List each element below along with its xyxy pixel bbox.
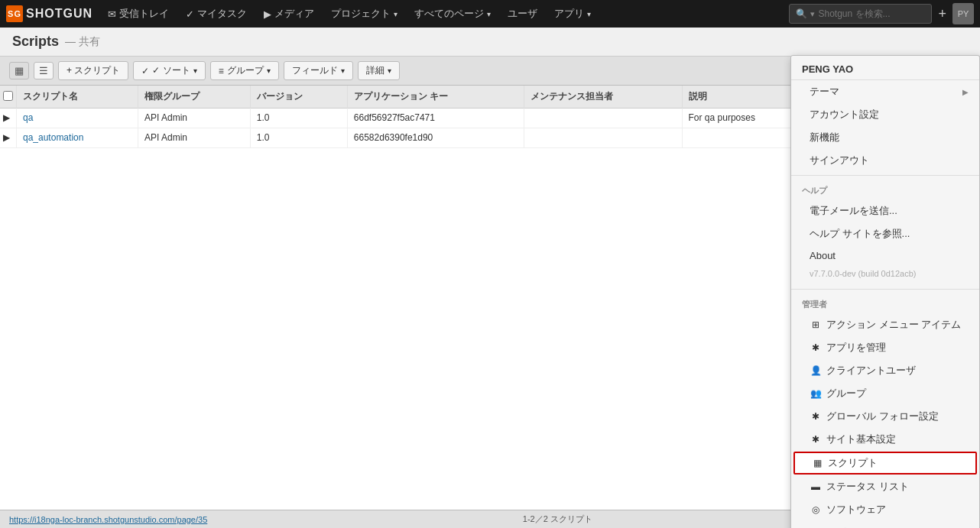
app-chevron-icon: ▾ <box>587 10 591 18</box>
dropdown-send-email[interactable]: 電子メールを送信... <box>791 199 979 222</box>
search-prefix: ▾ <box>810 9 815 19</box>
dropdown-group-label: グループ <box>826 387 866 400</box>
sort-button[interactable]: ✓ ✓ ソート ▾ <box>133 61 205 80</box>
sort-chevron-icon: ▾ <box>193 66 197 75</box>
dropdown-tags[interactable]: 🏷 タグ <box>791 521 979 528</box>
nav-allpages[interactable]: すべてのページ ▾ <box>407 4 498 24</box>
status-url[interactable]: https://i18nga-loc-branch.shotgunstudio.… <box>9 515 207 524</box>
nav-mytask[interactable]: ✓ マイタスク <box>178 4 255 24</box>
nav-user[interactable]: ユーザ <box>500 4 545 24</box>
group-chevron-icon: ▾ <box>267 66 271 75</box>
scripts-icon: ▦ <box>811 457 823 469</box>
view-list-button[interactable]: ☰ <box>34 62 54 79</box>
row-expander-icon[interactable]: ▶ <box>3 112 10 123</box>
dropdown-software[interactable]: ◎ ソフトウェア <box>791 498 979 521</box>
fields-label: フィールド <box>292 64 338 77</box>
sort-icon: ✓ <box>141 66 149 76</box>
status-center: 1-2／2 スクリプト <box>523 513 592 525</box>
nav-project[interactable]: プロジェクト ▾ <box>323 4 405 24</box>
search-input[interactable] <box>818 8 925 19</box>
dropdown-global-follow[interactable]: ✱ グローバル フォロー設定 <box>791 405 979 428</box>
nav-user-label: ユーザ <box>508 7 537 21</box>
client-user-icon: 👤 <box>810 364 822 377</box>
nav-app[interactable]: アプリ ▾ <box>547 4 599 24</box>
row1-select[interactable]: ▶ <box>0 109 17 128</box>
dropdown-scripts[interactable]: ▦ スクリプト <box>793 452 977 475</box>
row2-permission: API Admin <box>138 128 251 147</box>
dropdown-divider <box>791 175 979 176</box>
detail-label: 詳細 <box>366 64 385 77</box>
add-script-button[interactable]: + スクリプト <box>58 61 128 80</box>
dropdown-status-list[interactable]: ▬ ステータス リスト <box>791 475 979 498</box>
dropdown-help-section: ヘルプ <box>791 179 979 199</box>
dropdown-about[interactable]: About <box>791 245 979 266</box>
nav-mytask-label: マイタスク <box>197 7 247 21</box>
script-name-link[interactable]: qa <box>23 112 33 123</box>
dropdown-account-label: アカウント設定 <box>810 108 879 121</box>
nav-app-label: アプリ <box>554 7 584 21</box>
global-follow-icon: ✱ <box>810 410 822 423</box>
mytask-icon: ✓ <box>186 8 194 20</box>
dropdown-site-settings-label: サイト基本設定 <box>826 432 896 446</box>
nav-project-label: プロジェクト <box>331 7 391 21</box>
th-maintainer[interactable]: メンテナンス担当者 <box>524 86 682 109</box>
group-label: グループ <box>227 64 264 77</box>
page-title: Scripts <box>12 34 59 50</box>
dropdown-software-label: ソフトウェア <box>826 503 886 517</box>
row2-select[interactable]: ▶ <box>0 128 17 147</box>
avatar[interactable]: PY <box>952 3 974 24</box>
group-button[interactable]: ≡ グループ ▾ <box>210 61 279 80</box>
row1-appkey: 66df56927f5ac7471 <box>347 109 524 128</box>
nav-allpages-label: すべてのページ <box>414 7 484 21</box>
dropdown-global-follow-label: グローバル フォロー設定 <box>826 410 939 423</box>
allpages-chevron-icon: ▾ <box>487 10 491 18</box>
software-icon: ◎ <box>810 504 822 516</box>
dropdown-scripts-label: スクリプト <box>828 456 878 470</box>
script-name-link[interactable]: qa_automation <box>23 132 83 143</box>
select-all-checkbox[interactable] <box>3 91 13 101</box>
row2-name[interactable]: qa_automation <box>17 128 138 147</box>
nav-inbox[interactable]: ✉ 受信トレイ <box>100 4 177 24</box>
topnav: SG SHOTGUN ✉ 受信トレイ ✓ マイタスク ▶ メディア プロジェクト… <box>0 0 980 28</box>
add-button[interactable]: + <box>933 6 951 22</box>
group-icon: 👥 <box>810 387 822 400</box>
dropdown-version: v7.7.0.0-dev (build 0d12acb) <box>791 266 979 286</box>
fields-button[interactable]: フィールド ▾ <box>284 61 353 80</box>
action-menu-icon: ⊞ <box>810 319 822 331</box>
dropdown-site-settings[interactable]: ✱ サイト基本設定 <box>791 428 979 451</box>
th-checkbox[interactable] <box>0 86 17 109</box>
dropdown-account[interactable]: アカウント設定 <box>791 103 979 126</box>
user-dropdown-menu: PENG YAO テーマ ▶ アカウント設定 新機能 サインアウト ヘルプ 電子… <box>790 55 980 528</box>
row1-maintainer <box>524 109 682 128</box>
dropdown-theme[interactable]: テーマ ▶ <box>791 80 979 103</box>
logo-icon: SG <box>6 5 23 22</box>
th-version[interactable]: バージョン <box>250 86 347 109</box>
dropdown-signout[interactable]: サインアウト <box>791 149 979 172</box>
app-logo[interactable]: SG SHOTGUN <box>6 5 92 22</box>
dropdown-newfeatures[interactable]: 新機能 <box>791 126 979 149</box>
th-name[interactable]: スクリプト名 <box>17 86 138 109</box>
dropdown-client-user[interactable]: 👤 クライアントユーザ <box>791 359 979 382</box>
dropdown-group[interactable]: 👥 グループ <box>791 382 979 405</box>
detail-button[interactable]: 詳細 ▾ <box>358 61 400 80</box>
dropdown-client-user-label: クライアントユーザ <box>826 364 916 377</box>
th-permission[interactable]: 権限グループ <box>138 86 251 109</box>
row1-name[interactable]: qa <box>17 109 138 128</box>
fields-chevron-icon: ▾ <box>341 66 345 75</box>
nav-media[interactable]: ▶ メディア <box>256 4 322 24</box>
row-expander-icon[interactable]: ▶ <box>3 132 10 143</box>
dropdown-help-site[interactable]: ヘルプ サイトを参照... <box>791 222 979 245</box>
dropdown-action-menu[interactable]: ⊞ アクション メニュー アイテム <box>791 313 979 336</box>
dropdown-newfeatures-label: 新機能 <box>810 131 839 144</box>
th-appkey[interactable]: アプリケーション キー <box>347 86 524 109</box>
detail-chevron-icon: ▾ <box>388 66 391 75</box>
view-grid-button[interactable]: ▦ <box>9 62 29 79</box>
dropdown-send-email-label: 電子メールを送信... <box>810 204 897 218</box>
nav-inbox-label: 受信トレイ <box>119 7 169 21</box>
search-box: 🔍 ▾ <box>789 4 932 24</box>
row2-maintainer <box>524 128 682 147</box>
dropdown-manage-app[interactable]: ✱ アプリを管理 <box>791 336 979 359</box>
sort-label: ✓ ソート <box>152 64 190 77</box>
search-icon: 🔍 <box>796 8 807 19</box>
nav-media-label: メディア <box>274 7 314 21</box>
